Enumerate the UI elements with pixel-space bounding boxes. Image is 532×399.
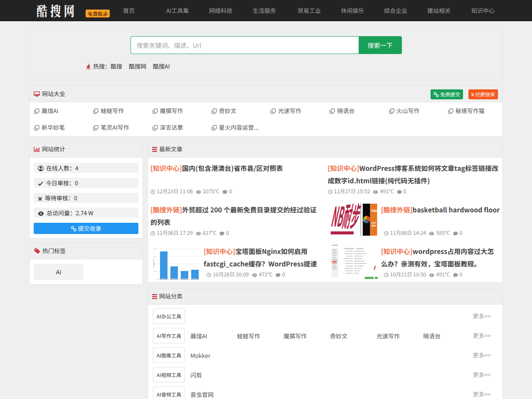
svg-text:FIBA: FIBA	[371, 208, 377, 213]
